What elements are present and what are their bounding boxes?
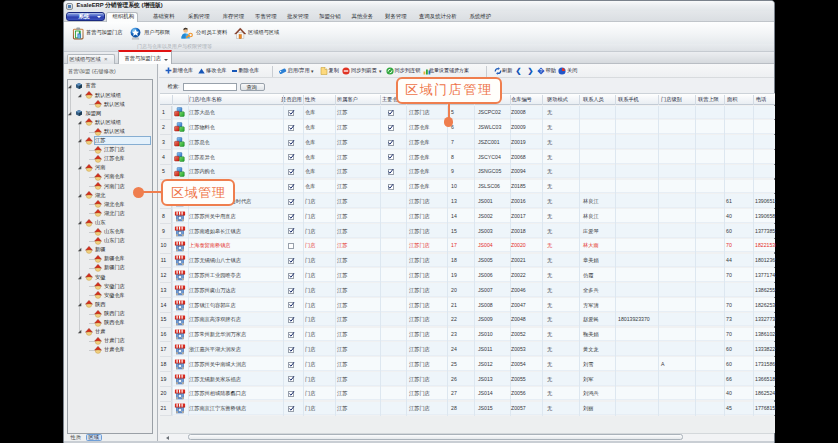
svg-text:?: ? <box>539 67 542 73</box>
